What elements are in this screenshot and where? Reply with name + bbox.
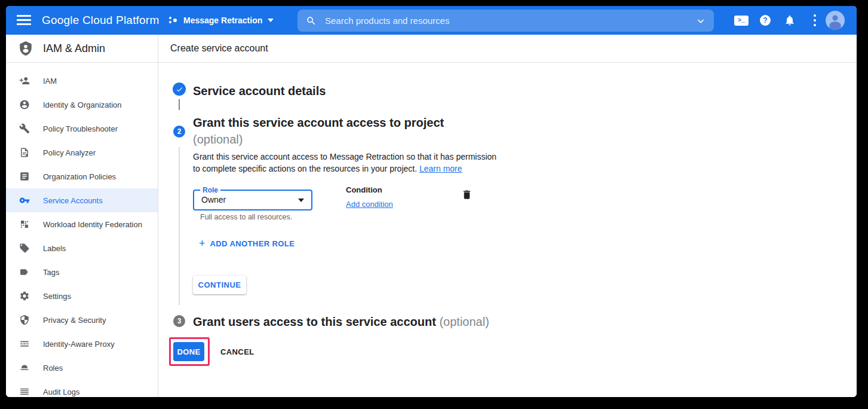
sidebar-item-label: Policy Analyzer [43, 148, 96, 157]
sidebar-item-label: Tags [43, 268, 59, 277]
step2-optional-label: (optional) [193, 133, 243, 146]
sidebar-item-label: Roles [43, 364, 63, 373]
sidebar-item-label: Audit Logs [43, 387, 79, 396]
dropdown-arrow-icon [298, 199, 304, 202]
gear-icon [19, 291, 30, 301]
arrow-tag-icon [19, 267, 30, 277]
sidebar-item-label: Settings [43, 292, 71, 301]
search-icon [306, 16, 317, 26]
chevron-down-icon [268, 19, 274, 22]
sidebar-item-roles[interactable]: Roles [6, 356, 158, 380]
list-lines-icon [19, 386, 30, 397]
key-icon [19, 195, 30, 206]
sidebar-title: IAM & Admin [43, 42, 105, 55]
page-title: Create service account [170, 43, 268, 54]
sidebar-item-label: Identity-Aware Proxy [43, 340, 115, 349]
sidebar-item-organization-policies[interactable]: Organization Policies [6, 164, 158, 188]
more-options-button[interactable] [809, 6, 821, 35]
sidebar-item-labels[interactable]: Labels [6, 236, 158, 260]
step3-optional-label: (optional) [439, 315, 489, 328]
check-icon [176, 86, 183, 93]
add-another-role-label: ADD ANOTHER ROLE [210, 239, 295, 248]
step3-number-circle: 3 [173, 315, 185, 327]
sidebar-item-label: Organization Policies [43, 172, 116, 181]
done-button[interactable]: DONE [173, 342, 204, 361]
step-connector [179, 99, 180, 110]
plus-icon: + [199, 238, 206, 249]
step2-title-text: Grant this service account access to pro… [193, 116, 444, 129]
proxy-icon [19, 338, 30, 349]
step2-number: 2 [177, 127, 182, 136]
sidebar-item-settings[interactable]: Settings [6, 284, 158, 308]
step2-title: Grant this service account access to pro… [193, 114, 444, 148]
role-selected-value: Owner [201, 191, 226, 209]
notifications-button[interactable] [781, 6, 798, 35]
sidebar-item-policy-troubleshooter[interactable]: Policy Troubleshooter [6, 117, 158, 141]
search-input[interactable] [325, 16, 696, 26]
sidebar-item-identity-aware-proxy[interactable]: Identity-Aware Proxy [6, 332, 158, 356]
description-line1: Grant this service account access to Mes… [193, 152, 496, 161]
account-circle-icon [19, 99, 30, 110]
sidebar-item-policy-analyzer[interactable]: Policy Analyzer [6, 141, 158, 164]
sidebar-item-iam[interactable]: IAM [6, 69, 158, 93]
step3-title-text: Grant users access to this service accou… [193, 315, 436, 328]
sidebar: IAM & Admin IAM Identity & Organization … [6, 35, 158, 397]
main-content: Create service account Service account d… [158, 35, 857, 397]
step1-check-circle [173, 83, 186, 96]
sidebar-item-label: Privacy & Security [43, 316, 106, 325]
help-button[interactable]: ? [757, 6, 773, 35]
step-connector [179, 147, 180, 305]
step1-title: Service account details [193, 83, 326, 99]
trash-icon [461, 189, 473, 200]
search-bar[interactable] [297, 10, 714, 32]
sidebar-item-label: Policy Troubleshooter [43, 124, 118, 133]
project-icon [169, 16, 178, 25]
account-avatar[interactable] [826, 11, 845, 30]
role-help-text: Full access to all resources. [200, 213, 292, 221]
tag-icon [19, 243, 30, 254]
continue-button[interactable]: CONTINUE [193, 276, 246, 294]
project-name: Message Retraction [183, 16, 262, 25]
menu-icon[interactable] [17, 15, 31, 26]
sidebar-item-label: Identity & Organization [43, 100, 122, 109]
page-header: Create service account [158, 35, 857, 63]
step2-description: Grant this service account access to Mes… [193, 151, 496, 175]
browser-viewport: Google Cloud Platform Message Retraction… [6, 6, 857, 397]
sidebar-item-label: Workload Identity Federation [43, 220, 142, 229]
shield-icon [19, 315, 30, 325]
wrench-icon [19, 123, 30, 134]
sidebar-header: IAM & Admin [6, 35, 158, 63]
sidebar-item-privacy-security[interactable]: Privacy & Security [6, 308, 158, 332]
learn-more-link[interactable]: Learn more [419, 164, 462, 173]
add-another-role-button[interactable]: + ADD ANOTHER ROLE [199, 238, 295, 249]
sidebar-item-identity-organization[interactable]: Identity & Organization [6, 93, 158, 117]
bell-icon [784, 14, 796, 26]
gcp-logo[interactable]: Google Cloud Platform [42, 6, 159, 35]
condition-label: Condition [346, 185, 382, 194]
chevron-down-icon[interactable] [696, 16, 706, 26]
step3-number: 3 [177, 317, 182, 325]
add-condition-link[interactable]: Add condition [346, 200, 393, 209]
hat-icon [19, 362, 30, 373]
person-icon [826, 11, 845, 30]
step3-title: Grant users access to this service accou… [193, 313, 489, 330]
role-select[interactable]: Role Owner [193, 190, 312, 210]
sidebar-item-label: Service Accounts [43, 196, 103, 205]
delete-role-button[interactable] [461, 189, 473, 201]
squares-grid-icon [19, 219, 30, 230]
cloud-shell-button[interactable]: >_ [732, 6, 750, 35]
sidebar-item-label: Labels [43, 244, 66, 253]
iam-admin-shield-icon [18, 41, 33, 56]
project-selector[interactable]: Message Retraction [169, 6, 274, 35]
terminal-icon: >_ [734, 16, 749, 26]
sidebar-item-label: IAM [43, 77, 57, 86]
step2-number-circle: 2 [173, 126, 185, 138]
sidebar-item-tags[interactable]: Tags [6, 260, 158, 284]
sidebar-item-service-accounts[interactable]: Service Accounts [6, 188, 158, 212]
document-gear-icon [19, 147, 30, 158]
gcp-header: Google Cloud Platform Message Retraction… [6, 6, 857, 35]
cancel-button[interactable]: CANCEL [216, 342, 259, 361]
sidebar-item-workload-identity-federation[interactable]: Workload Identity Federation [6, 212, 158, 236]
person-add-icon [19, 75, 30, 86]
sidebar-item-audit-logs[interactable]: Audit Logs [6, 380, 158, 397]
